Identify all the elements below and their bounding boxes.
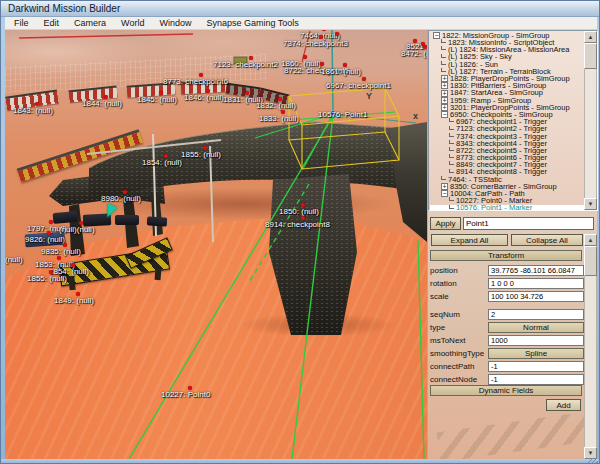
prop-label: seqNum	[430, 310, 488, 319]
object-label: 1844: (null)	[82, 100, 122, 108]
transform-header: Transform	[430, 250, 582, 261]
tree-branch-line	[441, 46, 446, 50]
prop-input-seqNum[interactable]: 2	[488, 309, 584, 320]
object-label: 1833: (null)	[259, 115, 299, 123]
object-dot	[335, 32, 339, 36]
menu-world[interactable]: World	[121, 18, 144, 28]
tree-branch-line	[441, 61, 446, 65]
ground-texture-showthrough	[437, 412, 590, 463]
prop-input-rotation[interactable]: 1 0 0 0	[488, 278, 584, 289]
plus-box-icon[interactable]: +	[441, 82, 448, 89]
3d-viewport[interactable]: 7464: (null)7374: checkpoint38521: (null…	[5, 30, 427, 459]
object-label: 1861: (null)	[321, 68, 361, 76]
window-title: Darkwind Mission Builder	[8, 3, 120, 14]
tree-item-label: 10576: Point1 - Marker	[456, 204, 532, 211]
object-label: 9826: (null)	[25, 236, 65, 244]
object-label: 7123: checkpoint2	[213, 61, 278, 69]
add-dynamic-field-button[interactable]: Add	[546, 399, 581, 411]
prop-label: connectPath	[430, 362, 488, 371]
prop-label: type	[430, 323, 488, 332]
plus-box-icon[interactable]: +	[441, 90, 448, 97]
prop-input-connectNode[interactable]: -1	[488, 374, 584, 385]
prop-label: rotation	[430, 279, 488, 288]
menu-edit[interactable]: Edit	[44, 18, 60, 28]
tree-branch-line	[441, 54, 446, 58]
object-label: 1849: (null)	[54, 297, 94, 305]
object-label: (null)(null)	[59, 226, 95, 234]
scene-tree: −1822: MissionGroup - SimGroup1823: Miss…	[430, 32, 585, 211]
inspector-rows: position39.7765 -86.101 66.0847rotation1…	[430, 264, 584, 386]
tree-branch-line	[441, 39, 446, 43]
title-bar[interactable]: Darkwind Mission Builder	[1, 1, 600, 17]
prop-label: position	[430, 266, 488, 275]
object-label: 1846: (null)	[184, 94, 224, 102]
window-bottom-border	[1, 459, 600, 464]
prop-input-position[interactable]: 39.7765 -86.101 66.0847	[488, 265, 584, 276]
tree-scroll-down-icon[interactable]: ▼	[584, 198, 597, 210]
axis-label: x	[413, 112, 418, 120]
inspector-scroll-thumb[interactable]	[584, 246, 597, 276]
object-label: 1832: (null)	[256, 102, 296, 110]
tree-item[interactable]: 10576: Point1 - Marker	[430, 205, 585, 212]
inspector-scroll-up-icon[interactable]: ▲	[584, 234, 597, 246]
prop-label: smoothingType	[430, 349, 488, 358]
plus-box-icon[interactable]: +	[441, 183, 448, 190]
object-label: (null)	[5, 256, 23, 264]
object-name-input[interactable]	[463, 217, 594, 230]
object-label: 1855: (null)	[27, 275, 67, 283]
prop-label: connectNode	[430, 375, 488, 384]
object-label: 6967: checkpoint1	[326, 82, 391, 90]
axis-label: Y	[366, 92, 372, 100]
tree-scroll-thumb[interactable]	[584, 43, 597, 69]
prop-input-connectPath[interactable]: -1	[488, 361, 584, 372]
object-label: 7374: checkpoint3	[283, 40, 348, 48]
prop-input-scale[interactable]: 100 100 34.726	[488, 291, 584, 302]
plus-box-icon[interactable]: +	[441, 104, 448, 111]
collapse-all-button[interactable]: Collapse All	[511, 234, 583, 246]
object-label: 8980: (null)	[101, 195, 141, 203]
tree-branch-line	[449, 147, 454, 151]
object-dot	[421, 42, 425, 46]
plus-box-icon[interactable]: +	[441, 97, 448, 104]
tree-branch-line	[449, 205, 454, 209]
resize-grip[interactable]	[588, 458, 598, 464]
object-dot	[413, 39, 417, 43]
object-label: 9835: (null)	[41, 248, 81, 256]
tree-branch-line	[441, 68, 446, 72]
tree-branch-line	[449, 161, 454, 165]
tree-branch-line	[449, 140, 454, 144]
prop-label: msToNext	[430, 336, 488, 345]
tree-branch-line	[449, 197, 454, 201]
object-label: 1854: (null)	[142, 159, 182, 167]
prop-button-type[interactable]: Normal	[488, 322, 584, 333]
minus-box-icon[interactable]: −	[433, 32, 440, 39]
tree-scroll-up-icon[interactable]: ▲	[584, 31, 597, 43]
tree-branch-line	[449, 133, 454, 137]
tree-branch-line	[449, 118, 454, 122]
prop-button-smoothingType[interactable]: Spline	[488, 348, 584, 359]
viewport-labels: 7464: (null)7374: checkpoint38521: (null…	[5, 30, 427, 459]
object-label: 1855: (null)	[181, 151, 221, 159]
menu-camera[interactable]: Camera	[74, 18, 106, 28]
tree-branch-line	[441, 176, 446, 180]
minus-box-icon[interactable]: −	[441, 111, 448, 118]
dynamic-fields-header: Dynamic Fields	[430, 385, 582, 396]
prop-input-msToNext[interactable]: 1000	[488, 335, 584, 346]
object-label: 1843: (null)	[13, 107, 53, 115]
object-label: 8914: checkpoint8	[265, 221, 330, 229]
tree-branch-line	[449, 154, 454, 158]
apply-button[interactable]: Apply	[430, 217, 461, 230]
tree-branch-line	[449, 169, 454, 173]
menu-bar: FileEditCameraWorldWindowSynapse Gaming …	[5, 17, 597, 30]
menu-synapse-gaming-tools[interactable]: Synapse Gaming Tools	[206, 18, 298, 28]
tree-branch-line	[449, 126, 454, 130]
minus-box-icon[interactable]: −	[441, 190, 448, 197]
app-window: Darkwind Mission Builder FileEditCameraW…	[0, 0, 600, 464]
scene-tree-box: −1822: MissionGroup - SimGroup1823: Miss…	[428, 30, 598, 211]
expand-all-button[interactable]: Expand All	[431, 234, 508, 246]
menu-file[interactable]: File	[14, 18, 29, 28]
menu-window[interactable]: Window	[159, 18, 191, 28]
object-label: 10576: Point1	[318, 111, 367, 119]
inspector-panel: −1822: MissionGroup - SimGroup1823: Miss…	[427, 30, 597, 459]
plus-box-icon[interactable]: +	[441, 75, 448, 82]
